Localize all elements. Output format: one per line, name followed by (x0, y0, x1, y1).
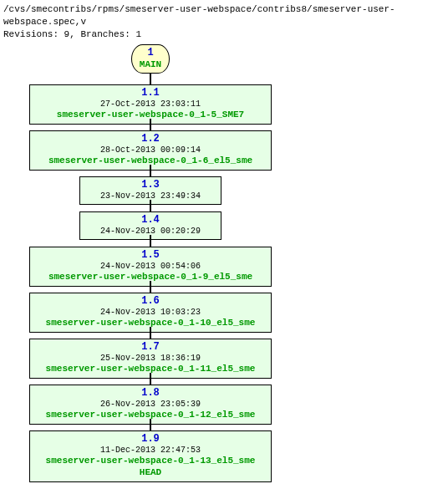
revision-number: 1.5 (35, 249, 266, 262)
revision-tag: smeserver-user-webspace-0_1-13_el5_sme (35, 456, 266, 467)
connector-line (150, 281, 151, 293)
branch-number: 1 (137, 47, 164, 59)
revision-number: 1.2 (35, 133, 266, 145)
revision-head-tag: HEAD (35, 467, 266, 479)
revision-number: 1.3 (85, 179, 216, 191)
revision-date: 25-Nov-2013 18:36:19 (35, 354, 266, 364)
header: /cvs/smecontribs/rpms/smeserver-user-web… (0, 0, 448, 43)
revision-number: 1.4 (85, 214, 216, 227)
connector-line (150, 119, 151, 130)
revision-date: 28-Oct-2013 00:09:14 (35, 145, 266, 156)
connector-line (150, 373, 151, 385)
revision-number: 1.7 (35, 341, 266, 354)
revision-date: 24-Nov-2013 10:03:23 (35, 308, 266, 318)
connector-line (150, 200, 151, 211)
connector-line (150, 327, 151, 339)
repo-stats: Revisions: 9, Branches: 1 (3, 28, 445, 41)
connector-line (150, 165, 151, 176)
revision-date: 11-Dec-2013 22:47:53 (35, 446, 266, 456)
branch-name: MAIN (137, 59, 164, 71)
revision-number: 1.9 (35, 433, 266, 446)
revision-date: 26-Nov-2013 23:05:39 (35, 400, 266, 410)
connector-line (150, 235, 151, 247)
revision-node: 1.911-Dec-2013 22:47:53smeserver-user-we… (29, 430, 272, 482)
revision-number: 1.8 (35, 387, 266, 400)
connector-line (150, 419, 151, 430)
revision-date: 27-Oct-2013 23:03:11 (35, 99, 266, 110)
branch-root: 1MAIN (131, 44, 170, 74)
revision-date: 24-Nov-2013 00:54:06 (35, 262, 266, 273)
connector-line (150, 73, 151, 84)
revision-number: 1.1 (35, 87, 266, 99)
revision-number: 1.6 (35, 295, 266, 308)
repo-path: /cvs/smecontribs/rpms/smeserver-user-web… (3, 3, 445, 28)
